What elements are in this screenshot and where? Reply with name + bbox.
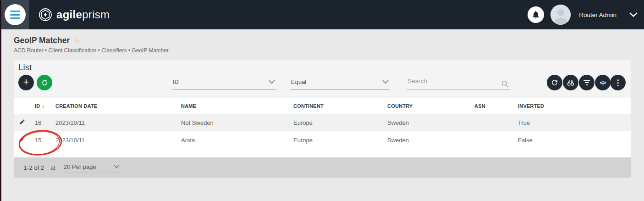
cell-id: 15 (30, 131, 51, 149)
cell-country: Sweden (383, 114, 470, 131)
brand-logo[interactable]: agileprism (39, 0, 110, 29)
column-header-name[interactable]: NAME (176, 98, 289, 114)
brand-name: agileprism (56, 8, 110, 21)
cell-country: Sweden (383, 131, 470, 149)
pagination-at-label: at (50, 164, 55, 171)
search-input[interactable] (407, 78, 492, 84)
find-button[interactable] (563, 75, 578, 90)
cell-continent: Europe (289, 114, 383, 131)
notifications-button[interactable] (528, 6, 544, 23)
column-header-id[interactable]: ID↓ (30, 98, 51, 114)
geoip-table: ID↓ CREATION DATE NAME CONTINENT COUNTRY… (14, 98, 631, 158)
pagination-bar: 1-2 of 2 at 20 Per page (14, 157, 631, 178)
binoculars-icon (567, 78, 575, 87)
column-header-inverted[interactable]: INVERTED (513, 98, 631, 114)
sync-icon (41, 79, 49, 87)
pencil-icon (19, 136, 25, 142)
cell-asn (470, 131, 513, 149)
cell-inverted: True (513, 114, 631, 131)
search-icon (501, 80, 509, 88)
top-navbar: agileprism Router Admin (0, 0, 644, 29)
sort-desc-icon: ↓ (42, 103, 44, 109)
cell-name: Arsta (176, 131, 289, 149)
menu-box (1, 0, 29, 29)
user-name[interactable]: Router Admin (579, 11, 616, 18)
column-header-actions (14, 98, 30, 114)
sync-button[interactable] (37, 75, 52, 90)
agileprism-logo-icon (39, 8, 52, 22)
list-card: List + ID Equal (14, 60, 631, 178)
column-header-creation-date[interactable]: CREATION DATE (51, 98, 176, 114)
filter-field-select[interactable]: ID (172, 76, 276, 90)
column-header-asn[interactable]: ASN (470, 98, 513, 114)
favorite-star-icon[interactable]: ☆ (73, 37, 80, 45)
more-options-button[interactable]: ⋮ (610, 75, 626, 90)
bell-icon (531, 10, 540, 19)
cell-inverted: False (513, 131, 631, 149)
filter-operator-select[interactable]: Equal (290, 76, 390, 90)
breadcrumb: ACD Router • Client Classification • Cla… (14, 47, 169, 54)
navbar-right: Router Admin (528, 0, 644, 29)
pencil-icon (19, 119, 25, 125)
cell-name: Not Sweden (176, 114, 289, 131)
hamburger-icon (10, 11, 20, 12)
edit-row-button[interactable] (17, 135, 28, 145)
search-box (407, 76, 510, 90)
filter-operator-value: Equal (291, 78, 306, 85)
user-avatar[interactable] (550, 5, 571, 25)
plus-icon: + (23, 77, 29, 87)
column-header-country[interactable]: COUNTRY (383, 98, 470, 114)
chevron-down-icon (269, 80, 275, 84)
cell-asn (470, 114, 513, 131)
person-icon (550, 5, 571, 25)
column-header-continent[interactable]: CONTINENT (289, 98, 383, 114)
per-page-value: 20 Per page (64, 163, 96, 170)
refresh-icon (550, 78, 559, 87)
list-heading: List (18, 62, 32, 73)
user-menu-chevron-down-icon[interactable] (629, 12, 638, 17)
refresh-button[interactable] (547, 75, 562, 90)
page-title: GeoIP Matcher (14, 36, 70, 45)
table-row: 15 2023/10/11 Arsta Europe Sweden False (14, 131, 631, 149)
filter-button[interactable] (579, 75, 594, 90)
add-button[interactable]: + (18, 75, 34, 90)
pagination-range: 1-2 of 2 (24, 164, 44, 171)
hamburger-menu-button[interactable] (5, 4, 26, 25)
filter-field-value: ID (173, 78, 179, 85)
filter-icon (583, 80, 590, 86)
per-page-select[interactable]: 20 Per page (63, 162, 121, 173)
cell-id: 16 (30, 114, 51, 131)
chevron-down-icon (114, 165, 120, 168)
edit-row-button[interactable] (17, 118, 28, 127)
cell-creation-date: 2023/10/11 (51, 114, 176, 131)
cell-continent: Europe (289, 131, 383, 149)
columns-button[interactable]: <|> (595, 75, 611, 90)
table-row: 16 2023/10/11 Not Sweden Europe Sweden T… (14, 114, 631, 131)
cell-creation-date: 2023/10/11 (51, 131, 176, 149)
chevron-down-icon (382, 80, 389, 84)
left-edge-strip (0, 0, 1, 201)
table-header-row: ID↓ CREATION DATE NAME CONTINENT COUNTRY… (14, 98, 631, 114)
code-icon: <|> (600, 80, 606, 85)
more-vertical-icon: ⋮ (614, 79, 622, 87)
